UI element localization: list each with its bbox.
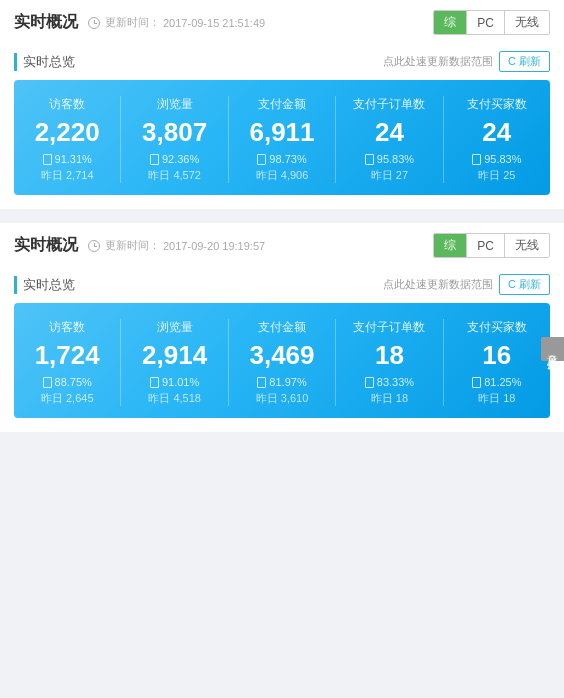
- phone-icon-v3: [43, 377, 52, 388]
- phone-icon-o1: [365, 154, 374, 165]
- block1-stat-visitors-yesterday: 昨日 2,714: [18, 168, 116, 183]
- block2-stat-views-value: 2,914: [125, 342, 223, 368]
- block1-stat-views-yesterday: 昨日 4,572: [125, 168, 223, 183]
- block2-title: 实时概况: [14, 235, 78, 256]
- phone-icon-o2: [365, 377, 374, 388]
- section-divider: [0, 215, 564, 223]
- block1-stat-buyers-yesterday: 昨日 25: [448, 168, 546, 183]
- block1-tab-all[interactable]: 综: [434, 11, 467, 34]
- block2-section: 实时概况 更新时间： 2017-09-20 19:19:57 综 PC 无线 实…: [0, 223, 564, 432]
- block1-stat-visitors-pct: 91.31%: [18, 153, 116, 165]
- phone-icon-b1: [472, 154, 481, 165]
- block1-stat-orders-value: 24: [340, 119, 438, 145]
- block1-stat-views-pct: 92.36%: [125, 153, 223, 165]
- block1-section: 实时概况 更新时间： 2017-09-15 21:51:49 综 PC 无线 实…: [0, 0, 564, 209]
- block2-tab-wireless[interactable]: 无线: [505, 234, 549, 257]
- block2-stat-visitors-label: 访客数: [18, 319, 116, 336]
- block2-stat-amount-yesterday: 昨日 3,610: [233, 391, 331, 406]
- block2-stat-amount: 支付金额 3,469 81.97% 昨日 3,610: [229, 319, 336, 406]
- block1-stat-buyers: 支付买家数 24 95.83% 昨日 25: [444, 96, 550, 183]
- block1-update-prefix: 更新时间：: [105, 15, 160, 30]
- block2-hint: 点此处速更新数据范围: [383, 277, 493, 292]
- block2-tab-all[interactable]: 综: [434, 234, 467, 257]
- block2-stat-amount-label: 支付金额: [233, 319, 331, 336]
- block1-stat-visitors-label: 访客数: [18, 96, 116, 113]
- clock-icon2: [88, 240, 100, 252]
- block2-stat-orders-pct: 83.33%: [340, 376, 438, 388]
- block1-tab-wireless[interactable]: 无线: [505, 11, 549, 34]
- block1-stat-views-label: 浏览量: [125, 96, 223, 113]
- block1-stat-amount-pct: 98.73%: [233, 153, 331, 165]
- block1-stat-amount-label: 支付金额: [233, 96, 331, 113]
- block2-update-time: 2017-09-20 19:19:57: [163, 240, 265, 252]
- block2-stat-amount-value: 3,469: [233, 342, 331, 368]
- block2-topbar: 实时概况 更新时间： 2017-09-20 19:19:57 综 PC 无线: [0, 223, 564, 266]
- block1-stat-buyers-label: 支付买家数: [448, 96, 546, 113]
- phone-icon-v2: [150, 154, 159, 165]
- block1-stat-views: 浏览量 3,807 92.36% 昨日 4,572: [121, 96, 228, 183]
- block2-stats-title: 实时总览: [14, 276, 75, 294]
- block1-tab-pc[interactable]: PC: [467, 11, 505, 34]
- block2-time-info: 更新时间： 2017-09-20 19:19:57: [88, 238, 265, 253]
- block1-time-info: 更新时间： 2017-09-15 21:51:49: [88, 15, 265, 30]
- clock-icon1: [88, 17, 100, 29]
- block2-stat-visitors-pct: 88.75%: [18, 376, 116, 388]
- block1-stats-title: 实时总览: [14, 53, 75, 71]
- block1-stats-header-left: 实时总览: [14, 53, 75, 71]
- block1-stat-amount: 支付金额 6,911 98.73% 昨日 4,906: [229, 96, 336, 183]
- block1-stat-orders-pct: 95.83%: [340, 153, 438, 165]
- block2-title-area: 实时概况 更新时间： 2017-09-20 19:19:57: [14, 235, 265, 256]
- block1-title-area: 实时概况 更新时间： 2017-09-15 21:51:49: [14, 12, 265, 33]
- block2-stat-buyers-label: 支付买家数: [448, 319, 546, 336]
- block2-stat-views-pct: 91.01%: [125, 376, 223, 388]
- block2-update-prefix: 更新时间：: [105, 238, 160, 253]
- block2-stats-header-left: 实时总览: [14, 276, 75, 294]
- block2-stat-views-label: 浏览量: [125, 319, 223, 336]
- block1-topbar: 实时概况 更新时间： 2017-09-15 21:51:49 综 PC 无线: [0, 0, 564, 43]
- block2-stats-panel: 访客数 1,724 88.75% 昨日 2,645 浏览量 2,914 91.0…: [14, 303, 550, 418]
- block1-stats-header: 实时总览 点此处速更新数据范围 C 刷新: [0, 43, 564, 80]
- block2-stat-views-yesterday: 昨日 4,518: [125, 391, 223, 406]
- phone-icon-v4: [150, 377, 159, 388]
- block1-stats-panel: 访客数 2,220 91.31% 昨日 2,714 浏览量 3,807 92.3…: [14, 80, 550, 195]
- phone-icon-b2: [472, 377, 481, 388]
- block2-stats-header: 实时总览 点此处速更新数据范围 C 刷新: [0, 266, 564, 303]
- block1-stat-views-value: 3,807: [125, 119, 223, 145]
- block1-stat-buyers-pct: 95.83%: [448, 153, 546, 165]
- block1-stat-visitors-value: 2,220: [18, 119, 116, 145]
- block1-stat-visitors: 访客数 2,220 91.31% 昨日 2,714: [14, 96, 121, 183]
- block2-tab-group: 综 PC 无线: [433, 233, 550, 258]
- block2-stat-buyers: 支付买家数 16 81.25% 昨日 18: [444, 319, 550, 406]
- block1-stat-buyers-value: 24: [448, 119, 546, 145]
- block2-refresh-btn[interactable]: C 刷新: [499, 274, 550, 295]
- block1-refresh-area: 点此处速更新数据范围 C 刷新: [383, 51, 550, 72]
- block1-update-time: 2017-09-15 21:51:49: [163, 17, 265, 29]
- block1-stat-orders-yesterday: 昨日 27: [340, 168, 438, 183]
- block2-stat-visitors-yesterday: 昨日 2,645: [18, 391, 116, 406]
- phone-icon-a2: [257, 377, 266, 388]
- sidebar-feedback-btn[interactable]: 意见反馈: [541, 337, 564, 361]
- block2-stat-orders-yesterday: 昨日 18: [340, 391, 438, 406]
- phone-icon-v1: [43, 154, 52, 165]
- block1-refresh-btn[interactable]: C 刷新: [499, 51, 550, 72]
- block2-stat-buyers-yesterday: 昨日 18: [448, 391, 546, 406]
- block2-refresh-area: 点此处速更新数据范围 C 刷新: [383, 274, 550, 295]
- block2-stat-buyers-value: 16: [448, 342, 546, 368]
- block1-stat-amount-value: 6,911: [233, 119, 331, 145]
- block1-tab-group: 综 PC 无线: [433, 10, 550, 35]
- block2-stat-buyers-pct: 81.25%: [448, 376, 546, 388]
- block1-title: 实时概况: [14, 12, 78, 33]
- block2-stat-visitors: 访客数 1,724 88.75% 昨日 2,645: [14, 319, 121, 406]
- block2-stat-amount-pct: 81.97%: [233, 376, 331, 388]
- block2-tab-pc[interactable]: PC: [467, 234, 505, 257]
- block2-stat-views: 浏览量 2,914 91.01% 昨日 4,518: [121, 319, 228, 406]
- phone-icon-a1: [257, 154, 266, 165]
- block1-stat-orders-label: 支付子订单数: [340, 96, 438, 113]
- block2-stat-visitors-value: 1,724: [18, 342, 116, 368]
- block2-stat-orders-label: 支付子订单数: [340, 319, 438, 336]
- block1-stat-orders: 支付子订单数 24 95.83% 昨日 27: [336, 96, 443, 183]
- block1-hint: 点此处速更新数据范围: [383, 54, 493, 69]
- block2-stat-orders: 支付子订单数 18 83.33% 昨日 18: [336, 319, 443, 406]
- block2-stat-orders-value: 18: [340, 342, 438, 368]
- block1-stat-amount-yesterday: 昨日 4,906: [233, 168, 331, 183]
